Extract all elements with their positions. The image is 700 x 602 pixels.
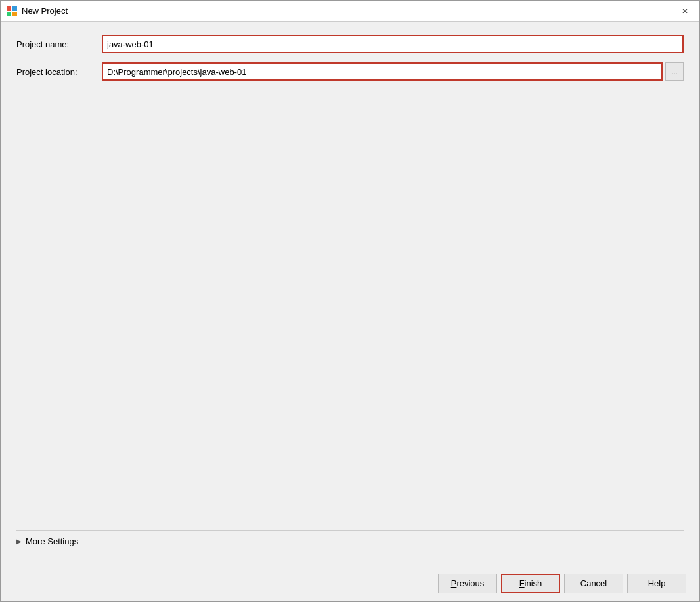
project-name-label: Project name: bbox=[16, 39, 102, 49]
more-settings-label: More Settings bbox=[26, 536, 78, 546]
new-project-dialog: New Project ✕ Project name: Project loca… bbox=[0, 0, 700, 602]
cancel-button[interactable]: Cancel bbox=[564, 574, 623, 593]
title-bar: New Project ✕ bbox=[1, 1, 699, 22]
project-location-row: Project location: ... bbox=[16, 62, 684, 81]
dialog-content: Project name: Project location: ... ▶ Mo… bbox=[1, 22, 699, 565]
window-title: New Project bbox=[22, 6, 68, 16]
previous-label: Previous bbox=[451, 578, 485, 588]
more-settings-row[interactable]: ▶ More Settings bbox=[16, 530, 684, 551]
browse-button[interactable]: ... bbox=[665, 62, 684, 81]
project-name-input-wrapper bbox=[102, 35, 684, 53]
project-name-input[interactable] bbox=[102, 35, 684, 53]
project-name-row: Project name: bbox=[16, 35, 684, 53]
finish-label: Finish bbox=[519, 578, 542, 588]
svg-rect-1 bbox=[12, 6, 17, 11]
finish-button[interactable]: Finish bbox=[501, 574, 560, 593]
close-button[interactable]: ✕ bbox=[676, 4, 694, 18]
svg-rect-0 bbox=[7, 6, 11, 11]
more-settings-arrow-icon: ▶ bbox=[16, 538, 22, 545]
title-bar-controls: ✕ bbox=[676, 4, 694, 18]
content-spacer bbox=[16, 90, 684, 530]
app-icon bbox=[6, 5, 18, 17]
project-location-input[interactable] bbox=[102, 62, 663, 81]
footer: Previous Finish Cancel Help bbox=[1, 565, 699, 601]
help-button[interactable]: Help bbox=[627, 574, 686, 593]
svg-rect-3 bbox=[12, 12, 17, 16]
project-location-input-wrapper: ... bbox=[102, 62, 684, 81]
previous-button[interactable]: Previous bbox=[438, 574, 497, 593]
title-bar-left: New Project bbox=[6, 5, 68, 17]
project-location-label: Project location: bbox=[16, 67, 102, 77]
svg-rect-2 bbox=[7, 12, 11, 16]
